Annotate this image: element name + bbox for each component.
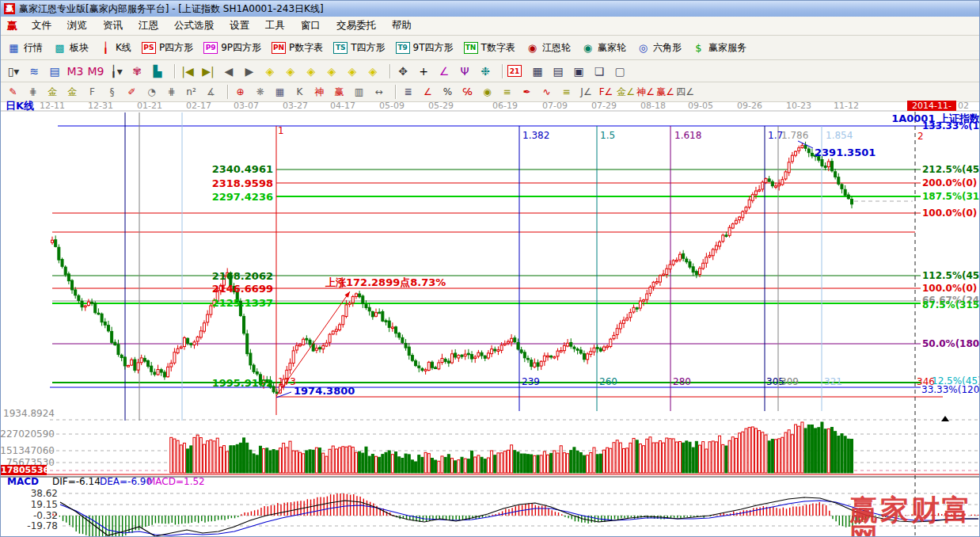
golden-circle-tool[interactable]: ◉ <box>480 86 495 99</box>
note-icon-icon: ▤ <box>47 63 63 78</box>
chart-area[interactable] <box>1 102 979 537</box>
angle-gold-tool[interactable]: 金∠ <box>618 86 633 99</box>
hand-tool[interactable]: ✥ <box>395 63 411 78</box>
square-n2-tool[interactable]: n² <box>184 86 199 99</box>
shen-grid-tool[interactable]: 神 <box>312 86 327 99</box>
menu-文件[interactable]: 文件 <box>24 17 59 34</box>
snapshot-button[interactable]: ❏ <box>591 63 607 78</box>
p-square-button-icon: PS <box>142 42 156 54</box>
gann-stamp-tool[interactable]: Ψ <box>457 63 473 78</box>
ying-grid-tool[interactable]: 赢 <box>332 86 347 99</box>
pencil-tool[interactable]: ✎ <box>6 86 21 99</box>
mirror-angle-tool[interactable]: ∡ <box>203 86 218 99</box>
width-measure-tool[interactable]: ↔ <box>371 86 386 99</box>
menu-帮助[interactable]: 帮助 <box>384 17 420 34</box>
analysis-brain-icon[interactable]: ❉ <box>477 63 493 78</box>
angle-ying-tool[interactable]: 赢∠ <box>658 86 673 99</box>
calculator-button[interactable]: ▦ <box>530 63 545 78</box>
first-bar-button-icon: |◀ <box>180 63 196 78</box>
analysis-brain-icon-icon: ❉ <box>477 63 493 78</box>
golden-grid2-tool[interactable]: 金 <box>65 86 80 99</box>
gann-lines-tool[interactable]: ⋕ <box>25 86 40 99</box>
cycle-circle-tool[interactable]: ◔ <box>144 86 159 99</box>
percent-tool[interactable]: % <box>440 86 455 99</box>
sectors-button[interactable]: ▩板块 <box>53 41 89 55</box>
crosshair-tool[interactable]: + <box>416 63 431 78</box>
golden-levels2-tool[interactable]: ≡ <box>559 86 574 99</box>
menu-浏览[interactable]: 浏览 <box>59 17 95 34</box>
note-icon[interactable]: ▤ <box>47 63 63 78</box>
menu-工具[interactable]: 工具 <box>257 17 293 34</box>
price-pencil-tool[interactable]: ✐ <box>124 86 139 99</box>
golden-grid-tool-icon: 金 <box>45 86 60 99</box>
next-bar-button[interactable]: ▶ <box>241 63 257 78</box>
flag-pen-tool[interactable]: ✒ <box>519 86 534 99</box>
first-bar-button[interactable]: |◀ <box>180 63 196 78</box>
menu-交易委托[interactable]: 交易委托 <box>329 17 384 34</box>
target-tool-icon: ⊕ <box>233 86 248 99</box>
kline-dropdown[interactable]: ╽▾ <box>108 63 124 78</box>
golden-levels-tool-icon: ≡ <box>499 86 515 99</box>
menu-资讯[interactable]: 资讯 <box>95 17 131 34</box>
angle-tool[interactable]: ∠ <box>436 63 452 78</box>
toolbar-drawing: ✎⋕金金F§✐◔⋕n²∡⊕❋▦K神赢▥↔≣∠%℅◉≡✒∿≡J∠F∠金∠神∠赢∠四… <box>1 82 979 102</box>
9p-square-button[interactable]: P99P四方形 <box>203 41 261 55</box>
ruler123-tool[interactable]: ▥ <box>351 86 367 99</box>
gann-wheel-button[interactable]: ◉江恩轮 <box>526 41 571 55</box>
gann-zoom-1[interactable]: ◈ <box>262 63 278 78</box>
t-square-button-icon: TS <box>333 42 348 54</box>
gann-zoom-2[interactable]: ◈ <box>283 63 298 78</box>
kline-dropdown-icon: ╽▾ <box>108 63 124 78</box>
target-tool[interactable]: ⊕ <box>233 86 248 99</box>
t-table-button[interactable]: TNT数字表 <box>464 41 515 55</box>
grid-web-tool[interactable]: ▦ <box>272 86 287 99</box>
save-button[interactable]: ▣ <box>571 63 587 78</box>
workstation-button[interactable]: ▢ <box>612 63 628 78</box>
angle-j-tool[interactable]: J∠ <box>579 86 594 99</box>
9t-square-button[interactable]: T99T四方形 <box>396 41 454 55</box>
winner-service-button[interactable]: $赢家服务 <box>692 41 746 55</box>
gann-zoom-6[interactable]: ◈ <box>365 63 381 78</box>
menu-设置[interactable]: 设置 <box>222 17 257 34</box>
p-table-button[interactable]: PNP数字表 <box>272 41 323 55</box>
golden-levels-tool[interactable]: ≡ <box>499 86 515 99</box>
t-square-button[interactable]: TST四方形 <box>333 41 385 55</box>
golden-grid-tool[interactable]: 金 <box>45 86 60 99</box>
kline-style-dropdown-icon: ▯▾ <box>6 63 21 78</box>
pattern-icon[interactable]: ✾ <box>129 63 145 78</box>
menu-窗口[interactable]: 窗口 <box>293 17 329 34</box>
double-line-tool[interactable]: K <box>292 86 307 99</box>
price-ladder-tool[interactable]: ≣ <box>401 86 416 99</box>
hexagon-button[interactable]: ◎六角形 <box>636 41 682 55</box>
volume-profile-icon[interactable]: ▙ <box>150 63 165 78</box>
time-grid-tool[interactable]: ⋕ <box>164 86 179 99</box>
star-web-tool[interactable]: ❋ <box>253 86 268 99</box>
p-square-button[interactable]: PSP四方形 <box>142 41 193 55</box>
spiral-tool[interactable]: § <box>104 86 120 99</box>
app-window: 赢 赢家江恩专业版[赢家内部服务平台] - [上证指数 SH1A0001-243… <box>0 0 980 537</box>
winner-wheel-button[interactable]: ◉赢家轮 <box>581 41 626 55</box>
calendar-button[interactable]: 21 <box>507 65 525 77</box>
angle-f-tool[interactable]: F∠ <box>598 86 613 99</box>
gann-zoom-3[interactable]: ◈ <box>303 63 319 78</box>
prev-bar-button[interactable]: ◀ <box>221 63 237 78</box>
wave9-icon[interactable]: M9 <box>88 63 104 78</box>
angle-shen-tool[interactable]: 神∠ <box>638 86 653 99</box>
tool-label: 江恩轮 <box>542 41 571 55</box>
notes-button[interactable]: ▤ <box>550 63 566 78</box>
zigzag-chart-icon[interactable]: ≋ <box>26 63 42 78</box>
percent-angle-tool[interactable]: ∠ <box>420 86 435 99</box>
gann-zoom-4[interactable]: ◈ <box>324 63 340 78</box>
kline-style-dropdown[interactable]: ▯▾ <box>6 63 21 78</box>
wave-line-tool[interactable]: ∿ <box>539 86 554 99</box>
quotes-button[interactable]: ▦行情 <box>7 41 43 55</box>
last-bar-button[interactable]: ▶| <box>200 63 216 78</box>
gann-zoom-5[interactable]: ◈ <box>344 63 360 78</box>
angle-si-tool[interactable]: 四∠ <box>678 86 693 99</box>
wave3-icon[interactable]: M3 <box>67 63 83 78</box>
menu-江恩[interactable]: 江恩 <box>131 17 166 34</box>
kline-button[interactable]: ╽K线 <box>99 41 131 55</box>
menu-公式选股[interactable]: 公式选股 <box>166 17 222 34</box>
fib-grid-tool[interactable]: F <box>85 86 100 99</box>
percent-line-tool[interactable]: ℅ <box>460 86 475 99</box>
